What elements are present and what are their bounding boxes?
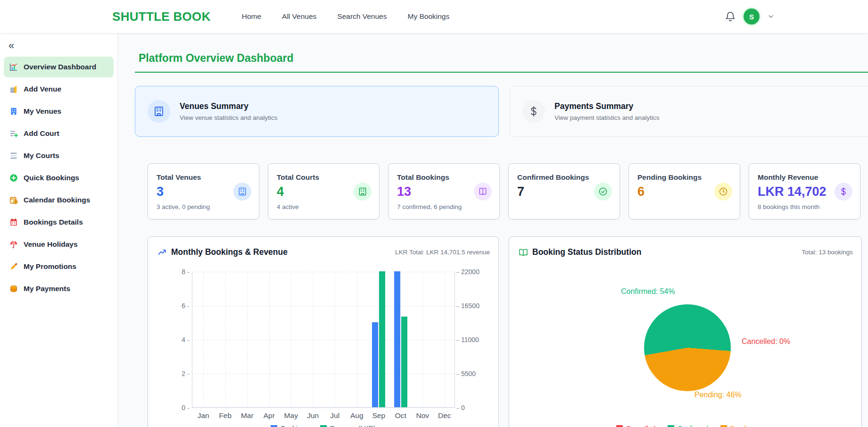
legend-item-revenue-lkr[interactable]: Revenue (LKR) xyxy=(320,425,376,427)
sidebar-item-add-venue[interactable]: Add Venue xyxy=(4,79,114,100)
pie-label-confirmed: Confirmed: 54% xyxy=(621,287,675,296)
sidebar-item-label: My Venues xyxy=(24,107,61,116)
legend-item-cancelled[interactable]: Cancelled xyxy=(616,425,655,427)
gridline-vertical xyxy=(313,272,314,407)
bar-chart-legend: BookingsRevenue (LKR) xyxy=(148,425,498,427)
pie-label-pending: Pending: 46% xyxy=(694,391,742,399)
legend-swatch xyxy=(271,425,277,427)
nav-link-all-venues[interactable]: All Venues xyxy=(282,12,316,21)
bar-revenue-lkr-oct xyxy=(401,317,407,407)
x-axis-label: Apr xyxy=(264,411,275,420)
top-navbar: SHUTTLE BOOK Home All Venues Search Venu… xyxy=(0,0,868,33)
legend-item-pending[interactable]: Pending xyxy=(720,425,754,427)
payments-summary-card[interactable]: Payments Summary View payment statistics… xyxy=(510,86,868,137)
sidebar-item-bookings-details[interactable]: Bookings Details xyxy=(4,212,114,233)
y-axis-tick-right: 0 xyxy=(456,404,465,411)
sidebar-item-my-promotions[interactable]: My Promotions xyxy=(4,256,114,277)
main-content: Platform Overview Dashboard Venues Summa… xyxy=(118,33,868,427)
stat-card-confirmed-bookings: Confirmed Bookings7 xyxy=(508,163,620,219)
sidebar-item-add-court[interactable]: Add Court xyxy=(4,123,114,144)
nav-links: Home All Venues Search Venues My Booking… xyxy=(242,12,449,21)
y-axis-tick-right: 5500 xyxy=(456,370,476,377)
legend-item-confirmed[interactable]: Confirmed xyxy=(668,425,708,427)
gridline-horizontal xyxy=(192,340,455,340)
y-axis-tick-right: 11000 xyxy=(456,336,479,343)
stats-row: Total Venues33 active, 0 pendingTotal Co… xyxy=(148,163,868,219)
legend-label: Cancelled xyxy=(626,425,655,427)
x-axis-label: Aug xyxy=(350,411,364,420)
book-icon xyxy=(474,183,492,201)
nav-link-my-bookings[interactable]: My Bookings xyxy=(407,12,449,21)
pie-label-cancelled: Cancelled: 0% xyxy=(742,337,790,346)
y-axis-tick-left: 4 xyxy=(182,336,190,343)
sidebar-item-my-courts[interactable]: My Courts xyxy=(4,145,114,166)
y-axis-tick-right: 22000 xyxy=(456,268,479,276)
venue-holidays-icon xyxy=(9,240,18,249)
gridline-vertical xyxy=(269,272,270,407)
add-court-icon xyxy=(9,129,18,138)
x-axis-label: Nov xyxy=(416,411,429,420)
user-avatar[interactable]: S xyxy=(744,8,760,25)
sidebar-item-calendar-bookings[interactable]: Calendar Bookings xyxy=(4,190,114,210)
legend-label: Bookings xyxy=(281,425,308,427)
stat-card-total-courts: Total Courts44 active xyxy=(268,163,380,219)
nav-link-search-venues[interactable]: Search Venues xyxy=(337,12,387,21)
x-axis-label: May xyxy=(284,411,298,420)
y-axis-tick-left: 6 xyxy=(182,302,190,310)
stat-label: Total Courts xyxy=(277,173,371,182)
summary-title: Payments Summary xyxy=(554,101,660,111)
sidebar-item-my-payments[interactable]: My Payments xyxy=(4,278,114,299)
legend-swatch xyxy=(720,425,727,427)
navbar-right: S xyxy=(725,8,775,25)
legend-item-bookings[interactable]: Bookings xyxy=(271,425,308,427)
chart-subtitle: Total: 13 bookings xyxy=(802,249,853,256)
stat-subtext: 3 active, 0 pending xyxy=(157,203,250,210)
sidebar-item-label: Quick Bookings xyxy=(24,174,79,182)
gridline-vertical xyxy=(203,272,204,407)
sidebar-item-label: Bookings Details xyxy=(24,218,83,226)
chart-title: Monthly Bookings & Revenue xyxy=(171,247,288,257)
nav-link-home[interactable]: Home xyxy=(242,12,261,21)
sidebar-item-label: Add Court xyxy=(24,129,59,138)
clock-icon xyxy=(714,183,732,201)
notification-bell-icon[interactable] xyxy=(725,11,736,22)
sidebar-item-venue-holidays[interactable]: Venue Holidays xyxy=(4,234,114,255)
sidebar-collapse-button[interactable]: « xyxy=(8,40,117,52)
app-logo[interactable]: SHUTTLE BOOK xyxy=(112,9,211,24)
stat-card-pending-bookings: Pending Bookings6 xyxy=(628,163,740,219)
sidebar-item-my-venues[interactable]: My Venues xyxy=(4,101,114,122)
venues-summary-card[interactable]: Venues Summary View venue statistics and… xyxy=(135,86,499,137)
quick-bookings-icon xyxy=(9,174,18,182)
title-underline xyxy=(135,72,868,73)
trending-up-icon xyxy=(157,248,167,257)
gridline-horizontal xyxy=(192,306,455,306)
gridline-horizontal xyxy=(192,272,455,272)
x-axis-label: Jun xyxy=(307,411,319,420)
stat-card-total-venues: Total Venues33 active, 0 pending xyxy=(148,163,259,219)
y-axis-tick-left: 0 xyxy=(182,404,190,411)
stat-subtext: 4 active xyxy=(277,203,371,210)
my-payments-icon xyxy=(9,285,18,293)
gridline-horizontal xyxy=(192,408,455,408)
x-axis-label: Oct xyxy=(395,411,406,420)
y-axis-tick-left: 2 xyxy=(182,370,190,377)
x-axis-label: Sep xyxy=(372,411,385,420)
sidebar-menu: Overview DashboardAdd VenueMy VenuesAdd … xyxy=(0,57,117,299)
chart-title: Booking Status Distribution xyxy=(532,247,641,257)
check-circle-icon xyxy=(594,183,612,201)
pie-chart xyxy=(644,304,731,391)
book-open-icon xyxy=(519,248,528,257)
building-icon xyxy=(233,183,251,201)
gridline-vertical xyxy=(247,272,248,407)
sidebar-item-label: Add Venue xyxy=(24,85,61,93)
y-axis-tick-left: 8 xyxy=(182,268,190,276)
x-axis-label: Feb xyxy=(219,411,231,420)
legend-label: Pending xyxy=(730,425,754,427)
sidebar-item-quick-bookings[interactable]: Quick Bookings xyxy=(4,167,114,188)
my-venues-icon xyxy=(9,107,18,116)
dollar-icon xyxy=(522,100,545,123)
sidebar-item-overview-dashboard[interactable]: Overview Dashboard xyxy=(4,57,114,77)
gridline-horizontal xyxy=(192,374,455,374)
chevron-down-icon[interactable] xyxy=(767,13,775,20)
charts-row: Monthly Bookings & Revenue LKR Total: LK… xyxy=(148,236,868,427)
